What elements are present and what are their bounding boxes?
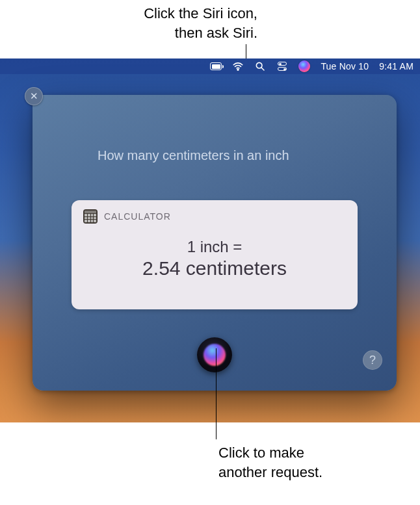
close-icon: ✕ [30,90,38,102]
answer-line1: 1 inch = [83,238,346,256]
callout-leader-top [246,44,246,58]
help-button[interactable]: ? [363,350,382,370]
callout-bottom-line2: another request. [218,463,322,482]
macos-desktop: Tue Nov 10 9:41 AM ✕ How many centimeter… [0,58,420,422]
battery-icon[interactable] [210,60,222,72]
menu-bar: Tue Nov 10 9:41 AM [0,58,420,74]
svg-point-0 [237,69,239,70]
callout-top: Click the Siri icon, then ask Siri. [0,4,420,43]
menubar-date[interactable]: Tue Nov 10 [321,61,369,71]
siri-orb-button[interactable] [197,337,232,372]
siri-panel: ✕ How many centimeters in an inch CALCUL… [33,95,397,391]
callout-bottom-line1: Click to make [218,443,322,463]
spotlight-search-icon[interactable] [254,60,266,72]
calculator-app-icon [83,209,98,224]
control-center-icon[interactable] [276,60,288,72]
answer-app-label: CALCULATOR [104,211,171,222]
close-button[interactable]: ✕ [25,87,43,105]
answer-line2: 2.54 centimeters [83,257,346,279]
siri-query-text: How many centimeters in an inch [98,148,289,163]
callout-bottom: Click to make another request. [218,443,322,482]
callout-leader-bottom [216,348,217,439]
question-mark-icon: ? [369,354,376,367]
menubar-time[interactable]: 9:41 AM [379,61,413,71]
callout-top-line1: Click the Siri icon, [65,4,257,23]
wifi-icon[interactable] [232,60,244,72]
callout-top-line2: then ask Siri. [65,23,257,43]
siri-answer-card[interactable]: CALCULATOR 1 inch = 2.54 centimeters [72,200,358,309]
answer-result: 1 inch = 2.54 centimeters [83,238,346,279]
svg-line-2 [261,68,264,70]
siri-menubar-icon[interactable] [298,60,310,72]
